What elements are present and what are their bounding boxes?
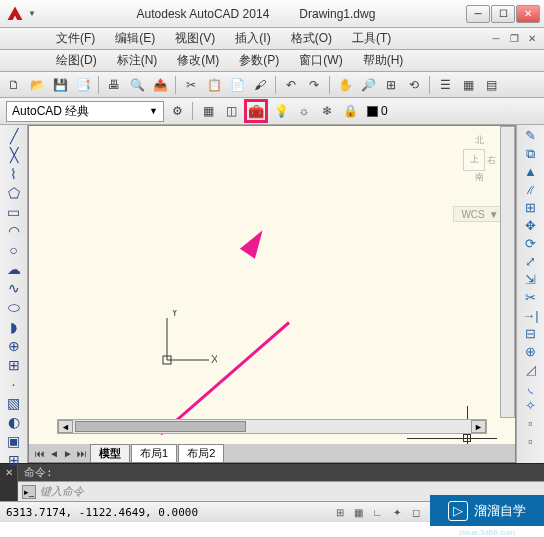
menu-dim[interactable]: 标注(N) (107, 50, 168, 71)
menu-insert[interactable]: 插入(I) (225, 28, 280, 49)
table-icon[interactable]: ⊞ (2, 451, 26, 469)
menu-param[interactable]: 参数(P) (229, 50, 289, 71)
tool2-icon[interactable]: ◫ (221, 101, 241, 121)
tab-model[interactable]: 模型 (90, 444, 130, 462)
zoom-win-icon[interactable]: ⊞ (381, 75, 401, 95)
tool-palette-icon[interactable]: ▤ (481, 75, 501, 95)
menu-modify[interactable]: 修改(M) (167, 50, 229, 71)
ellipse-arc-icon[interactable]: ◗ (2, 318, 26, 336)
sun-icon[interactable]: ☼ (294, 101, 314, 121)
drawing-canvas[interactable]: 北 上 右 南 WCS ▼ Y X ◄ (28, 125, 516, 463)
insert-icon[interactable]: ⊕ (2, 337, 26, 355)
workspace-select[interactable]: AutoCAD 经典 ▼ (6, 101, 164, 122)
status-polar-icon[interactable]: ✦ (388, 504, 405, 520)
close-button[interactable]: ✕ (516, 5, 540, 23)
scroll-left-icon[interactable]: ◄ (58, 420, 73, 433)
copy-obj-icon[interactable]: ⧉ (519, 145, 543, 162)
tool-r1-icon[interactable]: ▫ (519, 415, 543, 432)
publish-icon[interactable]: 📤 (150, 75, 170, 95)
rotate-icon[interactable]: ⟳ (519, 235, 543, 252)
ellipse-icon[interactable]: ⬭ (2, 298, 26, 317)
menu-file[interactable]: 文件(F) (46, 28, 105, 49)
zoom-prev-icon[interactable]: ⟲ (404, 75, 424, 95)
tab-next-icon[interactable]: ► (61, 446, 75, 460)
app-menu-icon[interactable] (4, 4, 26, 24)
vertical-scrollbar[interactable] (500, 126, 515, 418)
freeze-icon[interactable]: ❄ (317, 101, 337, 121)
menu-view[interactable]: 视图(V) (165, 28, 225, 49)
viewcube[interactable]: 北 上 右 南 (451, 134, 507, 202)
preview-icon[interactable]: 🔍 (127, 75, 147, 95)
xline-icon[interactable]: ╳ (2, 146, 26, 164)
arc-icon[interactable]: ◠ (2, 222, 26, 240)
gradient-icon[interactable]: ◐ (2, 413, 26, 431)
command-prompt-icon[interactable]: ▸_ (22, 485, 36, 499)
extend-icon[interactable]: →| (519, 307, 543, 324)
revcloud-icon[interactable]: ☁ (2, 260, 26, 278)
point-icon[interactable]: · (2, 375, 26, 393)
current-layer[interactable]: 0 (363, 104, 392, 118)
join-icon[interactable]: ⊕ (519, 343, 543, 360)
erase-icon[interactable]: ✎ (519, 127, 543, 144)
open-icon[interactable]: 📂 (27, 75, 47, 95)
offset-icon[interactable]: ⫽ (519, 181, 543, 198)
menu-edit[interactable]: 编辑(E) (105, 28, 165, 49)
menu-tools[interactable]: 工具(T) (342, 28, 401, 49)
toolbox-highlighted-icon[interactable]: 🧰 (244, 99, 268, 123)
mirror-icon[interactable]: ▲ (519, 163, 543, 180)
coords-display[interactable]: 6313.7174, -1122.4649, 0.0000 (6, 506, 198, 519)
match-icon[interactable]: 🖌 (250, 75, 270, 95)
hatch-icon[interactable]: ▧ (2, 394, 26, 412)
status-grid-icon[interactable]: ▦ (350, 504, 367, 520)
properties-icon[interactable]: ☰ (435, 75, 455, 95)
tool1-icon[interactable]: ▦ (198, 101, 218, 121)
light-icon[interactable]: 💡 (271, 101, 291, 121)
tab-layout1[interactable]: 布局1 (131, 444, 177, 462)
scroll-right-icon[interactable]: ► (471, 420, 486, 433)
command-close-icon[interactable]: ✕ (0, 464, 18, 501)
horizontal-scrollbar[interactable]: ◄ ► (57, 419, 487, 434)
array-icon[interactable]: ⊞ (519, 199, 543, 216)
redo-icon[interactable]: ↷ (304, 75, 324, 95)
lock-icon[interactable]: 🔒 (340, 101, 360, 121)
minimize-button[interactable]: ─ (466, 5, 490, 23)
menu-help[interactable]: 帮助(H) (353, 50, 414, 71)
move-icon[interactable]: ✥ (519, 217, 543, 234)
fillet-icon[interactable]: ◟ (519, 379, 543, 396)
design-center-icon[interactable]: ▦ (458, 75, 478, 95)
break-icon[interactable]: ⊟ (519, 325, 543, 342)
status-ortho-icon[interactable]: ∟ (369, 504, 386, 520)
polygon-icon[interactable]: ⬠ (2, 184, 26, 202)
status-osnap-icon[interactable]: ◻ (407, 504, 424, 520)
viewcube-face[interactable]: 上 (463, 149, 485, 171)
copy-icon[interactable]: 📋 (204, 75, 224, 95)
block-icon[interactable]: ⊞ (2, 356, 26, 374)
scroll-thumb[interactable] (75, 421, 246, 432)
maximize-button[interactable]: ☐ (491, 5, 515, 23)
rectangle-icon[interactable]: ▭ (2, 203, 26, 221)
explode-icon[interactable]: ✧ (519, 397, 543, 414)
zoom-icon[interactable]: 🔎 (358, 75, 378, 95)
menu-draw[interactable]: 绘图(D) (46, 50, 107, 71)
tab-last-icon[interactable]: ⏭ (75, 446, 89, 460)
app-menu-dropdown-icon[interactable]: ▼ (28, 9, 36, 18)
region-icon[interactable]: ▣ (2, 432, 26, 450)
new-icon[interactable]: 🗋 (4, 75, 24, 95)
undo-icon[interactable]: ↶ (281, 75, 301, 95)
print-icon[interactable]: 🖶 (104, 75, 124, 95)
status-snap-icon[interactable]: ⊞ (331, 504, 348, 520)
spline-icon[interactable]: ∿ (2, 279, 26, 297)
chamfer-icon[interactable]: ◿ (519, 361, 543, 378)
doc-minimize-button[interactable]: ─ (488, 32, 504, 46)
doc-restore-button[interactable]: ❐ (506, 32, 522, 46)
line-icon[interactable]: ╱ (2, 127, 26, 145)
wcs-dropdown[interactable]: WCS ▼ (453, 206, 507, 222)
ws-settings-icon[interactable]: ⚙ (167, 101, 187, 121)
menu-window[interactable]: 窗口(W) (289, 50, 352, 71)
tab-first-icon[interactable]: ⏮ (33, 446, 47, 460)
pline-icon[interactable]: ⌇ (2, 165, 26, 183)
stretch-icon[interactable]: ⇲ (519, 271, 543, 288)
tab-prev-icon[interactable]: ◄ (47, 446, 61, 460)
trim-icon[interactable]: ✂ (519, 289, 543, 306)
doc-close-button[interactable]: ✕ (524, 32, 540, 46)
